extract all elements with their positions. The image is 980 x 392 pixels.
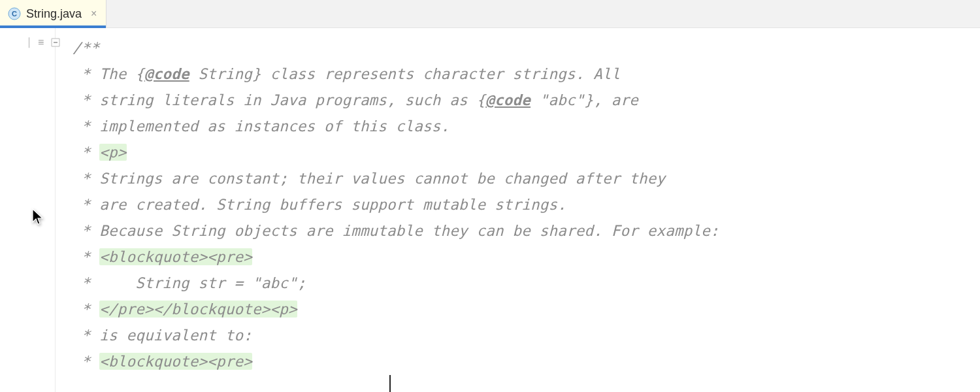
code-line: * string literals in Java programs, such… [73, 87, 980, 113]
html-tag-highlight: </pre></blockquote><p> [99, 301, 297, 318]
javadoc-tag: @code [485, 91, 531, 108]
code-viewport[interactable]: /** * The {@code String} class represent… [56, 28, 980, 392]
code-line: * Because String objects are immutable t… [73, 218, 980, 244]
html-tag-highlight: <p> [99, 144, 126, 161]
tab-filename-label: String.java [26, 7, 82, 21]
code-line: * </pre></blockquote><p> [73, 296, 980, 322]
fold-collapse-icon[interactable] [50, 37, 61, 48]
editor-tab-string-java[interactable]: C String.java × [0, 0, 106, 27]
javadoc-tag: @code [144, 65, 189, 82]
html-tag-highlight: <blockquote><pre> [99, 248, 252, 265]
code-line: * are created. String buffers support mu… [73, 191, 980, 218]
code-line: * is equivalent to: [73, 322, 980, 348]
editor-tab-bar: C String.java × [0, 0, 980, 28]
text-caret [389, 375, 391, 392]
editor-gutter[interactable]: ⎸≡ [0, 28, 56, 392]
editor-area[interactable]: ⎸≡ /** * The {@code String} class repres… [0, 28, 980, 392]
code-line: * String str = "abc"; [73, 270, 980, 296]
code-line: * implemented as instances of this class… [73, 113, 980, 139]
close-tab-icon[interactable]: × [91, 8, 97, 19]
java-class-file-icon: C [8, 7, 21, 20]
code-line: /** [73, 35, 980, 61]
code-line: * <blockquote><pre> [73, 348, 980, 374]
ide-window: C String.java × ⎸≡ /** * The {@code S [0, 0, 980, 392]
structure-indent-icon[interactable]: ⎸≡ [29, 37, 44, 48]
code-line: * <blockquote><pre> [73, 244, 980, 270]
code-line: * Strings are constant; their values can… [73, 165, 980, 191]
html-tag-highlight: <blockquote><pre> [99, 353, 252, 370]
code-line: * <p> [73, 139, 980, 165]
code-line: * The {@code String} class represents ch… [73, 61, 980, 87]
svg-text:C: C [12, 10, 17, 18]
